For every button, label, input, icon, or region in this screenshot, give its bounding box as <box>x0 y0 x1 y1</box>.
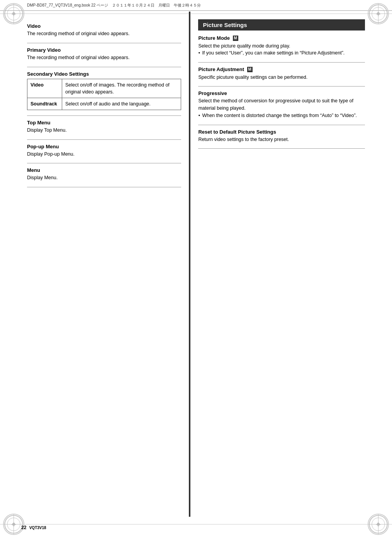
page-container: DMP-BD87_77_VQT3V18_eng.book 22 ページ ２０１１… <box>0 0 392 538</box>
svg-point-19 <box>377 523 380 526</box>
picture-adjustment-body: Specific picuture quality settings can b… <box>198 74 365 81</box>
picture-adjustment-title: Picture Adjustment M <box>198 66 365 73</box>
header-text: DMP-BD87_77_VQT3V18_eng.book 22 ページ ２０１１… <box>27 3 201 8</box>
page-number-text: 22 <box>21 525 26 530</box>
secondary-video-table: Video Select on/off of images. The recor… <box>27 79 181 110</box>
menu-section: Menu Display Menu. <box>27 167 181 182</box>
divider-3 <box>27 115 181 116</box>
primary-video-title: Primary Video <box>27 47 181 53</box>
corner-svg-top-right <box>368 3 388 24</box>
progressive-body: Select the method of conversion for prog… <box>198 97 365 112</box>
corner-svg-top-left <box>4 3 24 24</box>
table-cell-video-desc: Select on/off of images. The recording m… <box>62 79 181 98</box>
secondary-video-section: Secondary Video Settings Video Select on… <box>27 71 181 110</box>
divider-5 <box>27 163 181 163</box>
corner-decoration-bottom-left <box>3 514 24 535</box>
reset-section: Reset to Default Picture Settings Return… <box>198 129 365 143</box>
picture-mode-bullet: If you select “User”, you can make setti… <box>198 49 365 57</box>
table-row: Soundtrack Select on/off of audio and th… <box>27 98 181 110</box>
divider-1 <box>27 43 181 43</box>
table-cell-soundtrack-desc: Select on/off of audio and the language. <box>62 98 181 110</box>
table-row: Video Select on/off of images. The recor… <box>27 79 181 98</box>
picture-mode-menu-icon: M <box>233 36 238 41</box>
corner-svg-bottom-right <box>368 514 388 535</box>
corner-circle-bottom-right <box>368 514 389 535</box>
video-section: Video The recording method of original v… <box>27 23 181 37</box>
secondary-video-title: Secondary Video Settings <box>27 71 181 77</box>
picture-mode-section: Picture Mode M Select the picture qualit… <box>198 35 365 57</box>
video-section-body: The recording method of original video a… <box>27 30 181 37</box>
picture-adjustment-menu-icon: M <box>247 67 253 72</box>
progressive-bullet: When the content is distorted change the… <box>198 112 365 119</box>
menu-section-body: Display Menu. <box>27 174 181 182</box>
progressive-title: Progressive <box>198 90 365 96</box>
reset-body: Return video settings to the factory pre… <box>198 136 365 143</box>
popup-menu-title: Pop-up Menu <box>27 144 181 149</box>
svg-point-9 <box>377 12 380 15</box>
corner-circle-bottom-left <box>3 514 24 535</box>
menu-section-title: Menu <box>27 167 181 173</box>
progressive-section: Progressive Select the method of convers… <box>198 90 365 119</box>
divider-r4 <box>198 148 365 149</box>
video-section-title: Video <box>27 23 181 29</box>
divider-6 <box>27 187 181 187</box>
picture-mode-body: Select the picture quality mode during p… <box>198 42 365 50</box>
corner-svg-bottom-left <box>4 514 24 535</box>
top-menu-section: Top Menu Display Top Menu. <box>27 120 181 134</box>
popup-menu-body: Display Pop-up Menu. <box>27 151 181 158</box>
primary-video-body: The recording method of original video a… <box>27 54 181 61</box>
corner-circle-top-right <box>368 3 389 24</box>
corner-decoration-top-right <box>368 3 389 24</box>
divider-r1 <box>198 62 365 63</box>
left-column: Video The recording method of original v… <box>21 12 189 517</box>
divider-r3 <box>198 125 365 125</box>
top-menu-body: Display Top Menu. <box>27 127 181 134</box>
table-cell-soundtrack-label: Soundtrack <box>27 98 62 110</box>
picture-settings-heading-text: Picture Settings <box>203 22 247 28</box>
page-number-area: 22 VQT3V18 <box>21 525 46 530</box>
divider-4 <box>27 139 181 140</box>
table-cell-video-label: Video <box>27 79 62 98</box>
picture-settings-heading: Picture Settings <box>198 19 365 31</box>
corner-decoration-bottom-right <box>368 514 389 535</box>
svg-point-14 <box>12 523 15 526</box>
popup-menu-section: Pop-up Menu Display Pop-up Menu. <box>27 144 181 158</box>
divider-2 <box>27 67 181 67</box>
divider-r2 <box>198 86 365 87</box>
picture-adjustment-section: Picture Adjustment M Specific picuture q… <box>198 66 365 81</box>
right-column: Picture Settings Picture Mode M Select t… <box>189 12 371 517</box>
header-bar: DMP-BD87_77_VQT3V18_eng.book 22 ページ ２０１１… <box>0 0 392 11</box>
content-area: Video The recording method of original v… <box>21 12 371 517</box>
picture-mode-title: Picture Mode M <box>198 35 365 41</box>
top-menu-title: Top Menu <box>27 120 181 126</box>
bottom-crosshair-line <box>0 524 392 524</box>
page-label-text: VQT3V18 <box>29 526 46 530</box>
reset-title: Reset to Default Picture Settings <box>198 129 365 135</box>
svg-point-4 <box>12 12 15 15</box>
primary-video-section: Primary Video The recording method of or… <box>27 47 181 61</box>
